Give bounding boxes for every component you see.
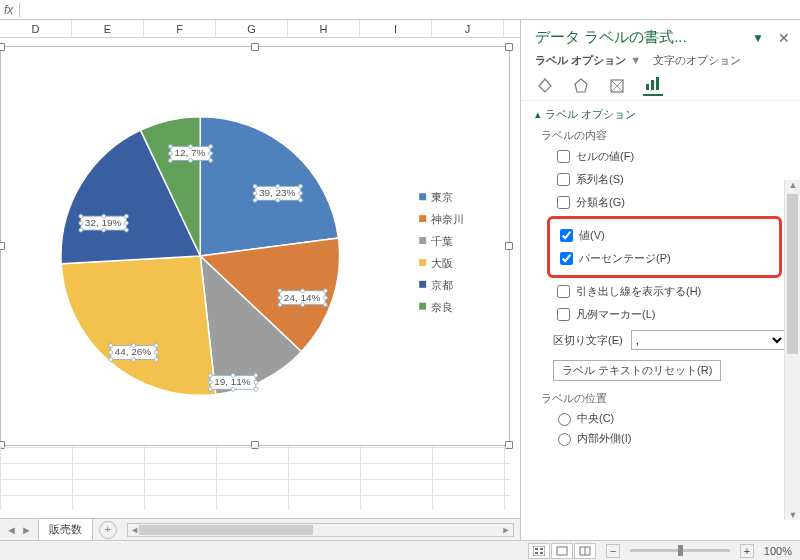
svg-rect-76 bbox=[656, 77, 659, 90]
checkbox-legend-marker[interactable]: 凡例マーカー(L) bbox=[553, 305, 786, 324]
svg-text:大阪: 大阪 bbox=[431, 257, 453, 269]
svg-point-48 bbox=[124, 221, 128, 225]
tab-nav[interactable]: ◄ ► bbox=[0, 524, 38, 536]
grid-cells[interactable] bbox=[0, 446, 510, 510]
svg-point-31 bbox=[109, 344, 113, 348]
svg-rect-74 bbox=[646, 84, 649, 90]
effects-icon[interactable] bbox=[571, 76, 591, 96]
worksheet-area[interactable]: D E F G H I J 39, 23%24, 14%19, 11%44, 2… bbox=[0, 20, 520, 540]
pane-scrollbar[interactable]: ▲ ▼ bbox=[784, 180, 800, 520]
chevron-down-icon[interactable]: ▼ bbox=[785, 510, 800, 520]
col-header[interactable]: E bbox=[72, 20, 144, 37]
svg-point-44 bbox=[124, 228, 128, 232]
svg-text:39, 23%: 39, 23% bbox=[259, 187, 296, 198]
col-header[interactable]: F bbox=[144, 20, 216, 37]
svg-point-21 bbox=[208, 373, 212, 377]
separator-label: 区切り文字(E) bbox=[553, 333, 623, 348]
fill-icon[interactable] bbox=[535, 76, 555, 96]
sheet-tab-bar: ◄ ► 販売数 + ◄ ► bbox=[0, 518, 520, 540]
radio-inside-end[interactable]: 内部外側(I) bbox=[553, 430, 786, 446]
svg-point-1 bbox=[253, 184, 257, 188]
col-header[interactable]: I bbox=[360, 20, 432, 37]
svg-text:32, 19%: 32, 19% bbox=[85, 217, 122, 228]
svg-point-13 bbox=[278, 303, 282, 307]
subtab-text-options[interactable]: 文字のオプション bbox=[653, 54, 741, 66]
formula-divider bbox=[19, 3, 20, 17]
svg-rect-80 bbox=[535, 552, 538, 554]
sheet-tab[interactable]: 販売数 bbox=[38, 519, 93, 541]
svg-text:19, 11%: 19, 11% bbox=[214, 376, 251, 387]
page-break-button[interactable] bbox=[574, 543, 596, 559]
col-header[interactable]: H bbox=[288, 20, 360, 37]
chevron-left-icon[interactable]: ◄ bbox=[6, 524, 17, 536]
view-buttons bbox=[528, 543, 596, 559]
checkbox-series-name[interactable]: 系列名(S) bbox=[553, 170, 786, 189]
svg-point-37 bbox=[109, 350, 113, 354]
checkbox-percentage[interactable]: パーセンテージ(P) bbox=[556, 249, 779, 268]
scrollbar-thumb[interactable] bbox=[139, 525, 312, 535]
svg-point-42 bbox=[124, 214, 128, 218]
zoom-label[interactable]: 100% bbox=[764, 545, 792, 557]
pie-chart[interactable]: 39, 23%24, 14%19, 11%44, 26%32, 19%12, 7… bbox=[1, 47, 509, 445]
chart-object[interactable]: 39, 23%24, 14%19, 11%44, 26%32, 19%12, 7… bbox=[0, 46, 510, 446]
zoom-slider[interactable] bbox=[630, 549, 730, 552]
section-header[interactable]: ▴ラベル オプション bbox=[535, 107, 786, 122]
close-icon[interactable]: ✕ bbox=[778, 30, 790, 46]
svg-rect-79 bbox=[540, 548, 543, 550]
checkbox-leader-lines[interactable]: 引き出し線を表示する(H) bbox=[553, 282, 786, 301]
svg-point-33 bbox=[109, 357, 113, 361]
svg-text:12, 7%: 12, 7% bbox=[174, 147, 205, 158]
svg-text:東京: 東京 bbox=[431, 191, 453, 203]
page-layout-button[interactable] bbox=[551, 543, 573, 559]
zoom-out-button[interactable]: − bbox=[606, 544, 620, 558]
radio-center[interactable]: 中央(C) bbox=[553, 410, 786, 426]
svg-point-6 bbox=[276, 198, 280, 202]
separator-row: 区切り文字(E) , bbox=[553, 330, 786, 350]
svg-point-56 bbox=[189, 158, 193, 162]
add-sheet-button[interactable]: + bbox=[99, 521, 117, 539]
checkbox-category-name[interactable]: 分類名(G) bbox=[553, 193, 786, 212]
svg-point-53 bbox=[168, 158, 172, 162]
svg-point-26 bbox=[231, 387, 235, 391]
chevron-up-icon[interactable]: ▲ bbox=[785, 180, 800, 190]
reset-label-text-button[interactable]: ラベル テキストのリセット(R) bbox=[553, 360, 721, 381]
svg-point-47 bbox=[79, 221, 83, 225]
svg-point-52 bbox=[209, 145, 213, 149]
svg-rect-64 bbox=[419, 237, 426, 244]
chart-options-icon[interactable] bbox=[643, 76, 663, 96]
col-header[interactable]: J bbox=[432, 20, 504, 37]
pane-title: データ ラベルの書式... bbox=[535, 28, 748, 47]
group-label-position: ラベルの位置 bbox=[541, 391, 786, 406]
svg-point-24 bbox=[254, 387, 258, 391]
highlighted-options: 値(V) パーセンテージ(P) bbox=[547, 216, 782, 278]
svg-rect-70 bbox=[419, 303, 426, 310]
svg-rect-81 bbox=[540, 552, 543, 554]
svg-point-17 bbox=[278, 296, 282, 300]
svg-text:京都: 京都 bbox=[431, 279, 453, 291]
svg-point-41 bbox=[79, 214, 83, 218]
zoom-in-button[interactable]: + bbox=[740, 544, 754, 558]
col-header[interactable]: G bbox=[216, 20, 288, 37]
svg-rect-75 bbox=[651, 80, 654, 90]
horizontal-scrollbar[interactable]: ◄ ► bbox=[127, 523, 514, 537]
subtab-label-options[interactable]: ラベル オプション bbox=[535, 54, 626, 66]
svg-point-51 bbox=[168, 145, 172, 149]
normal-view-button[interactable] bbox=[528, 543, 550, 559]
checkbox-cell-value[interactable]: セルの値(F) bbox=[553, 147, 786, 166]
chevron-right-icon[interactable]: ► bbox=[499, 524, 513, 536]
col-header[interactable]: D bbox=[0, 20, 72, 37]
size-icon[interactable] bbox=[607, 76, 627, 96]
svg-point-3 bbox=[253, 198, 257, 202]
fx-label[interactable]: fx bbox=[4, 3, 13, 17]
checkbox-value[interactable]: 値(V) bbox=[556, 226, 779, 245]
svg-point-4 bbox=[299, 198, 303, 202]
scrollbar-thumb[interactable] bbox=[787, 194, 798, 354]
separator-select[interactable]: , bbox=[631, 330, 786, 350]
caret-down-icon[interactable]: ▼ bbox=[752, 31, 764, 45]
svg-point-18 bbox=[323, 296, 327, 300]
chevron-right-icon[interactable]: ► bbox=[21, 524, 32, 536]
svg-point-38 bbox=[154, 350, 158, 354]
svg-point-58 bbox=[209, 151, 213, 155]
svg-point-8 bbox=[299, 191, 303, 195]
svg-point-28 bbox=[254, 380, 258, 384]
